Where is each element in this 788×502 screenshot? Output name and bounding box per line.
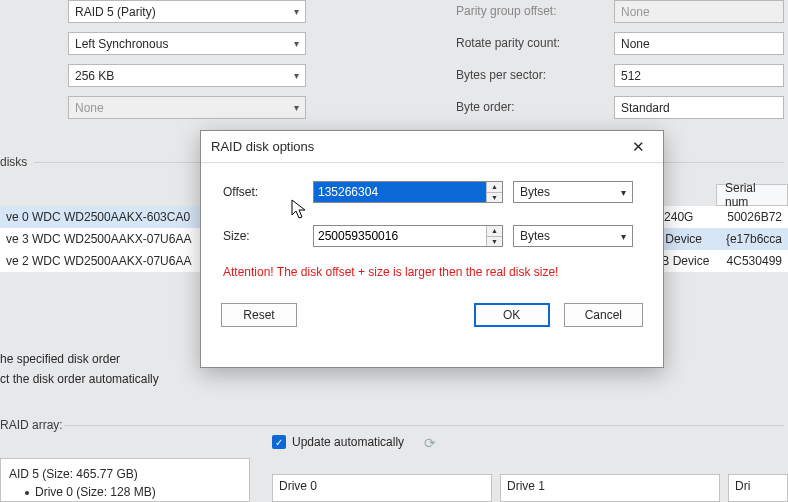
update-auto-label: Update automatically	[292, 435, 404, 449]
chevron-down-icon: ▾	[294, 102, 299, 113]
rotate-value: None	[621, 37, 650, 51]
reset-button[interactable]: Reset	[221, 303, 297, 327]
disk-row[interactable]: ve 2 WDC WD2500AAKX-07U6AA	[0, 250, 200, 272]
drive-col-1[interactable]: Drive 1	[500, 474, 720, 502]
disk-row-text: ve 3 WDC WD2500AAKX-07U6AA	[6, 232, 191, 246]
spin-up-icon[interactable]: ▲	[487, 182, 502, 193]
stripe-select[interactable]: 256 KB ▾	[68, 64, 306, 87]
raid-tree[interactable]: AID 5 (Size: 465.77 GB) Drive 0 (Size: 1…	[0, 458, 250, 502]
chevron-down-icon: ▾	[621, 187, 626, 198]
device-serial: {e17b6cca	[726, 232, 782, 246]
size-unit-select[interactable]: Bytes ▾	[513, 225, 633, 247]
tree-root[interactable]: AID 5 (Size: 465.77 GB)	[9, 465, 241, 483]
bullet-icon	[25, 491, 29, 495]
rotate-value-select[interactable]: None	[614, 32, 784, 55]
drive-col-2[interactable]: Dri	[728, 474, 788, 502]
disk-row-text: ve 2 WDC WD2500AAKX-07U6AA	[6, 254, 191, 268]
chevron-down-icon: ▾	[294, 70, 299, 81]
offset-unit-value: Bytes	[520, 185, 550, 199]
sync-select[interactable]: Left Synchronous ▾	[68, 32, 306, 55]
tree-child[interactable]: Drive 0 (Size: 128 MB)	[9, 483, 241, 501]
offset-label: Offset:	[223, 185, 313, 199]
chevron-down-icon: ▾	[294, 38, 299, 49]
disks-section-label: disks	[0, 155, 27, 169]
drive-col-label: Drive 0	[279, 479, 317, 493]
ok-button[interactable]: OK	[474, 303, 550, 327]
cancel-button[interactable]: Cancel	[564, 303, 643, 327]
radio-label: ct the disk order automatically	[0, 372, 159, 386]
byte-order-value: Standard	[621, 101, 670, 115]
offset-input[interactable]	[314, 182, 486, 202]
disk-row[interactable]: ve 3 WDC WD2500AAKX-07U6AA	[0, 228, 200, 250]
disk-list-left: ve 0 WDC WD2500AAKX-603CA0 ve 3 WDC WD25…	[0, 206, 200, 272]
raid-type-value: RAID 5 (Parity)	[75, 5, 156, 19]
radio-specified-order[interactable]: he specified disk order	[0, 352, 120, 366]
raid-disk-options-dialog: RAID disk options ✕ Offset: ▲ ▼ Bytes ▾ …	[200, 130, 664, 368]
radio-auto-order[interactable]: ct the disk order automatically	[0, 372, 159, 386]
dialog-title: RAID disk options	[211, 139, 314, 154]
chevron-down-icon: ▾	[621, 231, 626, 242]
disk-row-text: ve 0 WDC WD2500AAKX-603CA0	[6, 210, 190, 224]
drive-col-0[interactable]: Drive 0	[272, 474, 492, 502]
bytes-per-value: 512	[621, 69, 641, 83]
checkbox-icon: ✓	[272, 435, 286, 449]
size-label: Size:	[223, 229, 313, 243]
size-input-wrap: ▲ ▼	[313, 225, 503, 247]
update-auto-checkbox[interactable]: ✓ Update automatically	[272, 435, 404, 449]
disk-row[interactable]: ve 0 WDC WD2500AAKX-603CA0	[0, 206, 200, 228]
dialog-titlebar[interactable]: RAID disk options ✕	[201, 131, 663, 163]
device-serial: 50026B72	[727, 210, 782, 224]
refresh-icon[interactable]: ⟳	[424, 435, 436, 451]
parity-group-value-select: None	[614, 0, 784, 23]
close-icon[interactable]: ✕	[624, 134, 653, 160]
device-serial: 4C530499	[727, 254, 782, 268]
spin-down-icon[interactable]: ▼	[487, 237, 502, 247]
spin-up-icon[interactable]: ▲	[487, 226, 502, 237]
divider	[64, 425, 784, 426]
size-input[interactable]	[314, 226, 486, 246]
drive-col-label: Dri	[735, 479, 750, 493]
parity-group-label: Parity group offset:	[456, 4, 557, 18]
size-unit-value: Bytes	[520, 229, 550, 243]
serial-header-label: Serial num	[717, 185, 787, 205]
warning-text: Attention! The disk offset + size is lar…	[223, 265, 641, 279]
radio-label: he specified disk order	[0, 352, 120, 366]
raid-array-label: RAID array:	[0, 418, 63, 432]
none-value: None	[75, 101, 104, 115]
raid-type-select[interactable]: RAID 5 (Parity) ▾	[68, 0, 306, 23]
sync-value: Left Synchronous	[75, 37, 168, 51]
stripe-value: 256 KB	[75, 69, 114, 83]
drive-col-label: Drive 1	[507, 479, 545, 493]
none-select: None ▾	[68, 96, 306, 119]
bytes-per-label: Bytes per sector:	[456, 68, 546, 82]
spin-down-icon[interactable]: ▼	[487, 193, 502, 203]
chevron-down-icon: ▾	[294, 6, 299, 17]
parity-group-value: None	[621, 5, 650, 19]
bytes-per-select[interactable]: 512	[614, 64, 784, 87]
byte-order-label: Byte order:	[456, 100, 515, 114]
offset-input-wrap: ▲ ▼	[313, 181, 503, 203]
byte-order-select[interactable]: Standard	[614, 96, 784, 119]
serial-col-header[interactable]: Serial num	[716, 184, 788, 206]
offset-unit-select[interactable]: Bytes ▾	[513, 181, 633, 203]
rotate-label: Rotate parity count:	[456, 36, 560, 50]
